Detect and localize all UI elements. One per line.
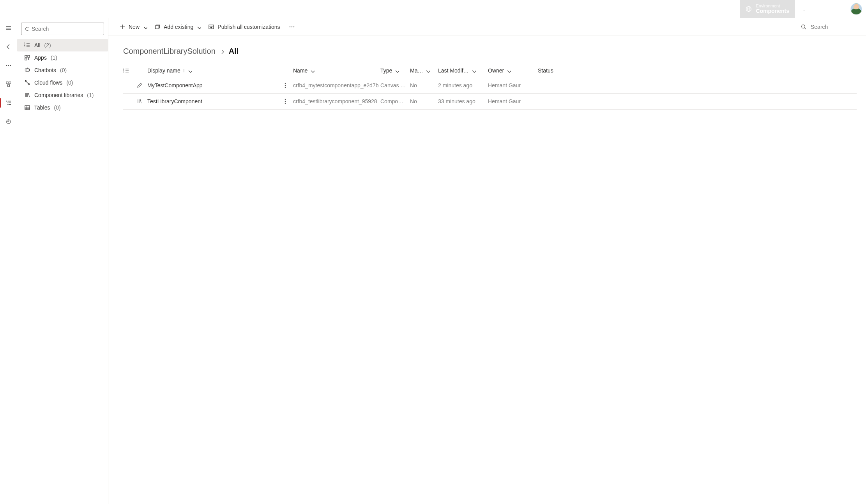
chevron-down-icon — [506, 68, 511, 73]
grid-header: Display name ↑ Name Type Ma… — [123, 64, 857, 77]
new-button[interactable]: New — [119, 24, 147, 30]
numbered-list-icon — [24, 42, 30, 48]
waffle-icon — [7, 6, 12, 12]
environment-label: Environment — [756, 4, 789, 8]
chevron-down-icon — [187, 68, 192, 73]
library3-icon — [136, 98, 143, 104]
command-bar: New Add existing Publish all customizati… — [108, 18, 866, 36]
sidebar-search-input[interactable] — [31, 25, 101, 32]
table-row[interactable]: TestLibraryComponent crfb4_testlibraryco… — [123, 93, 857, 110]
rail-back[interactable] — [0, 41, 17, 53]
help-button[interactable] — [831, 0, 849, 18]
breadcrumb-current: All — [229, 47, 239, 56]
rail-more[interactable] — [0, 59, 17, 72]
sidebar-item-tables[interactable]: Tables (0) — [17, 101, 108, 114]
cell-type: Canvas … — [380, 82, 408, 88]
rail-hamburger[interactable] — [0, 22, 17, 34]
notifications-button[interactable] — [795, 0, 813, 18]
cell-name: crfb4_mytestcomponentapp_e2d7b — [293, 82, 379, 88]
rail-history[interactable] — [0, 115, 17, 128]
col-owner[interactable]: Owner — [488, 67, 536, 74]
chatbot-icon — [24, 67, 30, 73]
rail-tree[interactable] — [0, 97, 17, 109]
cell-owner: Hemant Gaur — [488, 98, 536, 104]
cell-managed: No — [410, 82, 437, 88]
publish-icon — [208, 24, 214, 30]
settings-button[interactable] — [813, 0, 831, 18]
col-type-icon[interactable] — [123, 67, 146, 74]
sidebar-item-label: Component libraries — [34, 92, 83, 98]
app-header: Power Apps Environment Components — [0, 0, 866, 18]
chevron-right-icon — [219, 49, 225, 54]
ellipsis-vertical-icon — [282, 82, 288, 88]
main: New Add existing Publish all customizati… — [108, 18, 866, 504]
sidebar-item-label: Apps — [34, 55, 47, 61]
ellipsis-icon — [289, 24, 295, 30]
sidebar-item-cloud-flows[interactable]: Cloud flows (0) — [17, 76, 108, 89]
plus-icon — [119, 24, 125, 30]
toolbar-overflow[interactable] — [287, 22, 297, 32]
sidebar-item-count: (1) — [87, 92, 94, 98]
waffle-button[interactable] — [0, 0, 19, 18]
cell-type: Compo… — [380, 98, 408, 104]
ellipsis-vertical-icon — [282, 98, 288, 104]
history-icon — [5, 118, 12, 125]
objects-icon — [5, 81, 12, 87]
table-row[interactable]: MyTestComponentApp crfb4_mytestcomponent… — [123, 77, 857, 93]
toolbar-search-input[interactable] — [810, 23, 857, 30]
col-name[interactable]: Name — [293, 67, 379, 74]
col-last-modified[interactable]: Last Modif… — [438, 67, 486, 74]
add-existing-icon — [154, 24, 161, 30]
new-button-label: New — [129, 24, 140, 30]
chevron-down-icon — [471, 68, 476, 73]
col-type[interactable]: Type — [380, 67, 408, 74]
cell-display-name: MyTestComponentApp — [147, 82, 203, 88]
sidebar-item-label: Chatbots — [34, 67, 56, 73]
sidebar-item-all[interactable]: All (2) — [17, 39, 108, 51]
chevron-down-icon — [310, 68, 315, 73]
chevron-down-icon — [394, 68, 399, 73]
add-existing-label: Add existing — [164, 24, 193, 30]
row-more-button[interactable] — [281, 97, 290, 106]
environment-picker[interactable]: Environment Components — [740, 0, 795, 18]
cell-display-name: TestLibraryComponent — [147, 98, 202, 104]
cell-owner: Hemant Gaur — [488, 82, 536, 88]
ellipsis-icon — [5, 62, 12, 69]
edit-icon — [136, 82, 143, 88]
search-icon — [25, 26, 28, 32]
chevron-down-icon — [425, 68, 430, 73]
sidebar-item-chatbots[interactable]: Chatbots (0) — [17, 64, 108, 76]
sidebar: All (2) Apps (1) Chatbots (0) Cloud flow… — [17, 18, 108, 504]
sidebar-item-count: (1) — [51, 55, 57, 61]
sort-asc-icon: ↑ — [183, 68, 185, 73]
sidebar-item-apps[interactable]: Apps (1) — [17, 51, 108, 64]
cell-name: crfb4_testlibrarycomponent_95928 — [293, 98, 379, 104]
left-rail — [0, 18, 17, 504]
rail-objects[interactable] — [0, 78, 17, 90]
col-managed[interactable]: Ma… — [410, 67, 437, 74]
publish-button[interactable]: Publish all customizations — [208, 24, 280, 30]
sidebar-item-label: All — [34, 42, 41, 48]
publish-label: Publish all customizations — [217, 24, 280, 30]
toolbar-search[interactable] — [797, 22, 860, 32]
sidebar-list: All (2) Apps (1) Chatbots (0) Cloud flow… — [21, 39, 104, 114]
row-type-icon — [123, 98, 146, 104]
sidebar-item-component-libraries[interactable]: Component libraries (1) — [17, 89, 108, 101]
col-display-name[interactable]: Display name ↑ — [147, 67, 292, 74]
sidebar-search[interactable] — [21, 23, 104, 35]
col-status[interactable]: Status — [538, 67, 565, 74]
back-icon — [5, 44, 12, 50]
chevron-down-icon — [143, 25, 147, 29]
breadcrumb-solution[interactable]: ComponentLibrarySolution — [123, 47, 216, 56]
table-icon — [24, 104, 30, 111]
tree-icon — [5, 100, 12, 106]
cell-last-modified: 33 minutes ago — [438, 98, 486, 104]
chevron-down-icon — [196, 25, 201, 29]
search-icon — [801, 24, 807, 30]
sidebar-item-label: Tables — [34, 104, 50, 111]
add-existing-button[interactable]: Add existing — [154, 24, 201, 30]
cell-last-modified: 2 minutes ago — [438, 82, 486, 88]
environment-icon — [746, 6, 752, 12]
row-more-button[interactable] — [281, 81, 290, 90]
avatar[interactable] — [850, 3, 862, 15]
